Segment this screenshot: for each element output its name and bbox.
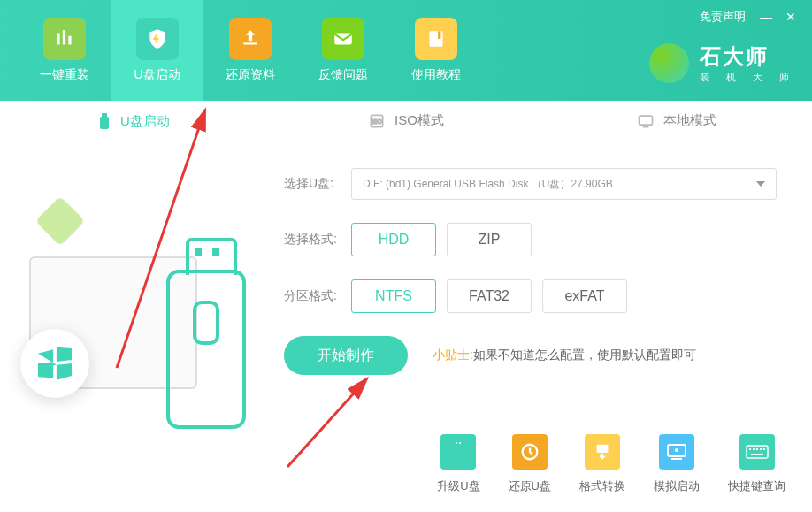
nav-label: 使用教程 [411,67,461,83]
brand: 石大师 装 机 大 师 [649,42,796,84]
svg-rect-0 [57,34,59,45]
svg-rect-6 [438,31,440,39]
tip: 小贴士:如果不知道怎么配置，使用默认配置即可 [433,348,696,363]
svg-rect-25 [756,448,758,450]
tool-label: 还原U盘 [509,478,551,494]
svg-point-20 [675,448,678,452]
tab-iso[interactable]: ISO ISO模式 [271,101,541,141]
tab-label: 本地模式 [663,112,716,129]
svg-rect-3 [243,42,257,44]
minimize-button[interactable]: — [759,10,773,24]
tool-label: 快捷键查询 [728,478,785,494]
format-zip[interactable]: ZIP [447,223,532,256]
tab-usb-boot[interactable]: U盘启动 [96,112,170,130]
nav-label: 还原资料 [226,67,275,83]
nav-restore[interactable]: 还原资料 [203,0,296,101]
monitor-icon [637,112,655,130]
usb-icon [96,112,113,130]
svg-rect-27 [763,448,765,450]
brand-name: 石大师 [700,42,796,71]
usb-select[interactable]: D:F: (hd1) General USB Flash Disk （U盘）27… [351,168,777,200]
simulate-icon [659,434,694,470]
upgrade-icon [440,434,476,470]
restore-icon [512,434,548,470]
svg-rect-1 [62,30,65,44]
iso-icon: ISO [368,112,386,130]
book-icon [415,18,457,60]
nav-reinstall[interactable]: 一键重装 [18,0,111,101]
tab-label: U盘启动 [120,113,170,130]
nav-feedback[interactable]: 反馈问题 [296,0,389,101]
svg-rect-23 [749,448,751,450]
svg-point-16 [459,442,461,444]
nav-usb-boot[interactable]: U盘启动 [111,0,203,101]
tool-format-convert[interactable]: 格式转换 [579,434,625,494]
partition-ntfs[interactable]: NTFS [351,279,436,313]
shield-icon [136,18,179,60]
svg-rect-9 [640,116,653,125]
mail-icon [322,18,364,60]
partition-fat32[interactable]: FAT32 [447,279,532,313]
format-hdd[interactable]: HDD [351,223,436,256]
svg-rect-11 [100,117,109,129]
svg-rect-28 [751,454,763,455]
tool-upgrade-usb[interactable]: 升级U盘 [437,434,479,494]
close-button[interactable]: ✕ [784,10,798,24]
tool-label: 格式转换 [579,478,625,494]
svg-rect-26 [760,448,762,450]
nav-label: U盘启动 [134,67,180,83]
tab-label: ISO模式 [395,112,444,129]
partition-label: 分区格式: [284,288,341,304]
svg-rect-2 [68,36,71,45]
svg-rect-12 [102,113,107,118]
svg-text:ISO: ISO [372,118,381,125]
select-usb-label: 选择U盘: [284,176,341,192]
tool-label: 模拟启动 [654,478,700,494]
svg-rect-22 [747,446,768,458]
tool-label: 升级U盘 [437,478,479,494]
tool-restore-usb[interactable]: 还原U盘 [509,434,551,494]
tool-simulate-boot[interactable]: 模拟启动 [654,434,700,494]
start-make-button[interactable]: 开始制作 [284,336,408,375]
nav-label: 反馈问题 [318,67,368,83]
tool-hotkey-lookup[interactable]: 快捷键查询 [728,434,785,494]
upload-icon [229,18,272,60]
usb-select-value: D:F: (hd1) General USB Flash Disk （U盘）27… [363,177,613,192]
svg-rect-18 [597,445,609,453]
svg-rect-24 [753,448,755,450]
brand-logo-icon [649,43,689,83]
tab-local[interactable]: 本地模式 [541,101,812,141]
chevron-down-icon [756,181,765,187]
nav-tutorial[interactable]: 使用教程 [389,0,482,101]
tip-text: 如果不知道怎么配置，使用默认配置即可 [473,348,696,362]
format-label: 选择格式: [284,232,341,248]
keyboard-icon [739,434,775,470]
usb-illustration [25,203,246,451]
convert-icon [585,434,620,470]
brand-sub: 装 机 大 师 [700,71,796,84]
nav-label: 一键重装 [40,67,89,83]
disclaimer-link[interactable]: 免责声明 [700,9,746,25]
bars-icon [43,18,86,60]
svg-rect-13 [453,446,463,462]
tip-label: 小贴士: [433,348,473,362]
partition-exfat[interactable]: exFAT [542,279,627,313]
svg-point-15 [456,442,457,444]
